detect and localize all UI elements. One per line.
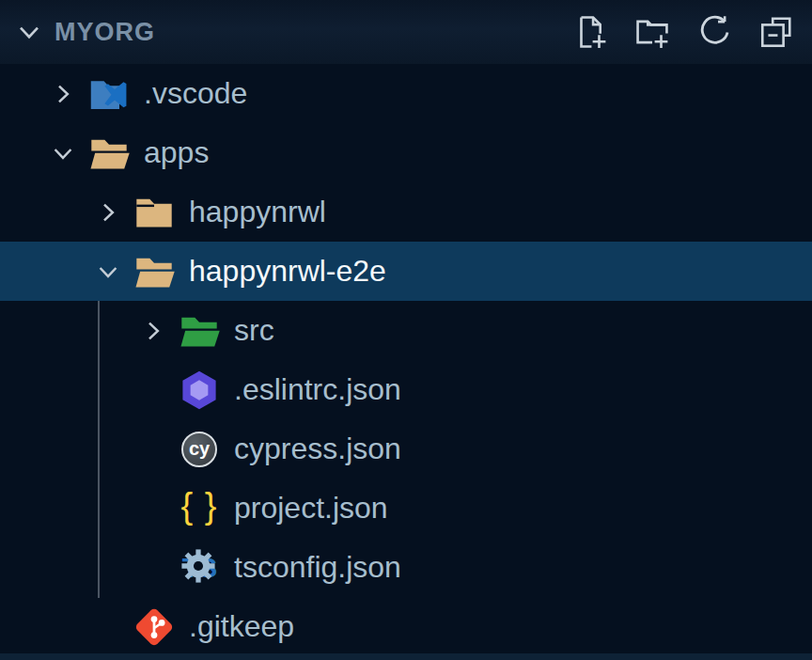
chevron-down-icon[interactable] bbox=[15, 18, 43, 46]
src-folder-icon bbox=[179, 310, 220, 352]
tree-item-vscode[interactable]: .vscode bbox=[0, 64, 812, 123]
indent-spacer bbox=[0, 389, 139, 390]
braces-glyph: { } bbox=[181, 488, 218, 529]
twistie-spacer bbox=[139, 554, 167, 582]
indent-spacer bbox=[0, 567, 139, 568]
tree-item-label: .gitkeep bbox=[189, 609, 294, 644]
typescript-config-icon: TS bbox=[179, 547, 220, 589]
section-title: MYORG bbox=[55, 18, 155, 47]
collapse-all-button[interactable] bbox=[757, 13, 795, 51]
indent-spacer bbox=[0, 152, 49, 153]
header-actions bbox=[571, 13, 795, 51]
file-tree: .vscodeappshappynrwlhappynrwl-e2esrc.esl… bbox=[0, 64, 812, 656]
folder-closed-icon bbox=[133, 192, 175, 233]
chevron-right-icon[interactable] bbox=[49, 80, 77, 108]
refresh-button[interactable] bbox=[695, 13, 733, 51]
gear-icon bbox=[178, 545, 219, 587]
tree-item-project-json[interactable]: { }project.json bbox=[0, 479, 812, 538]
tree-item-gitkeep[interactable]: .gitkeep bbox=[0, 597, 812, 656]
bottom-strip bbox=[0, 653, 812, 660]
folder-open-icon bbox=[133, 251, 175, 292]
git-icon bbox=[133, 606, 175, 648]
cypress-icon: cy bbox=[179, 429, 220, 470]
indent-spacer bbox=[0, 271, 94, 272]
new-file-button[interactable] bbox=[571, 13, 609, 51]
refresh-icon bbox=[696, 14, 732, 50]
tree-item-cypress-json[interactable]: cycypress.json bbox=[0, 419, 812, 479]
indent-spacer bbox=[0, 212, 94, 212]
twistie-spacer bbox=[94, 613, 122, 641]
new-folder-button[interactable] bbox=[633, 13, 671, 51]
chevron-right-icon[interactable] bbox=[94, 198, 122, 227]
indent-spacer bbox=[0, 626, 94, 627]
chevron-down-icon[interactable] bbox=[94, 258, 122, 286]
git-logo bbox=[134, 606, 174, 646]
tree-item-label: happynrwl bbox=[189, 195, 326, 229]
indent-spacer bbox=[0, 448, 139, 449]
tree-item-label: apps bbox=[144, 135, 209, 170]
tree-item-apps[interactable]: apps bbox=[0, 123, 812, 182]
indent-spacer bbox=[0, 330, 139, 331]
cypress-logo: cy bbox=[181, 432, 217, 467]
new-folder-icon bbox=[634, 14, 670, 50]
indent-spacer bbox=[0, 93, 49, 94]
tree-item-src[interactable]: src bbox=[0, 301, 812, 360]
explorer-sidebar: MYORG bbox=[0, 0, 812, 660]
twistie-spacer bbox=[139, 376, 167, 404]
twistie-spacer bbox=[139, 495, 167, 523]
eslint-icon bbox=[179, 369, 220, 411]
tree-item-happynrwl-e2e[interactable]: happynrwl-e2e bbox=[0, 242, 812, 301]
tree-item-tsconfig-json[interactable]: TStsconfig.json bbox=[0, 538, 812, 597]
tree-item-label: .vscode bbox=[144, 76, 247, 111]
indent-spacer bbox=[0, 508, 139, 509]
tree-item-label: .eslintrc.json bbox=[234, 372, 401, 407]
collapse-all-icon bbox=[758, 14, 794, 50]
tree-item-label: project.json bbox=[234, 491, 388, 526]
folder-open-icon bbox=[88, 133, 130, 174]
vscode-folder-icon bbox=[88, 73, 130, 115]
tree-item-label: src bbox=[234, 313, 274, 348]
tree-item-label: tsconfig.json bbox=[234, 550, 401, 585]
new-file-icon bbox=[572, 14, 608, 50]
chevron-right-icon[interactable] bbox=[139, 317, 167, 345]
json-braces-icon: { } bbox=[179, 488, 220, 529]
tree-item-label: happynrwl-e2e bbox=[189, 254, 386, 289]
twistie-spacer bbox=[139, 435, 167, 464]
tree-item-happynrwl[interactable]: happynrwl bbox=[0, 182, 812, 242]
explorer-section-header[interactable]: MYORG bbox=[0, 0, 812, 64]
tree-item-eslintrc-json[interactable]: .eslintrc.json bbox=[0, 360, 812, 419]
chevron-down-icon[interactable] bbox=[49, 139, 77, 167]
tree-item-label: cypress.json bbox=[234, 432, 401, 466]
